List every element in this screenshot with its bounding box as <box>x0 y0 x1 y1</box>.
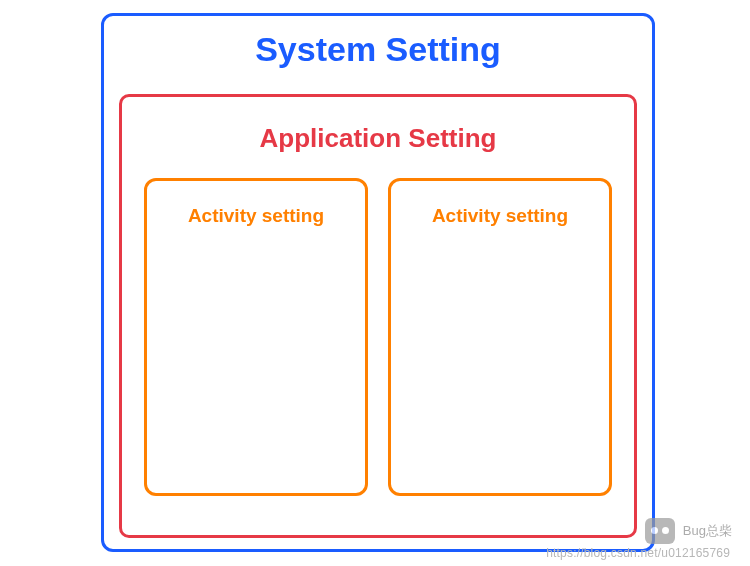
application-setting-title: Application Setting <box>122 97 634 160</box>
watermark-label: Bug总柴 <box>683 522 732 540</box>
application-setting-box: Application Setting Activity setting Act… <box>119 94 637 538</box>
system-setting-box: System Setting Application Setting Activ… <box>101 13 655 552</box>
watermark-url: https://blog.csdn.net/u012165769 <box>546 546 730 560</box>
activity-setting-box-2: Activity setting <box>388 178 612 496</box>
wechat-icon <box>645 518 675 544</box>
watermark: Bug总柴 <box>645 518 732 544</box>
activity-setting-title: Activity setting <box>147 205 365 227</box>
activity-setting-box-1: Activity setting <box>144 178 368 496</box>
activity-setting-title: Activity setting <box>391 205 609 227</box>
activity-row: Activity setting Activity setting <box>122 160 634 496</box>
system-setting-title: System Setting <box>104 16 652 75</box>
